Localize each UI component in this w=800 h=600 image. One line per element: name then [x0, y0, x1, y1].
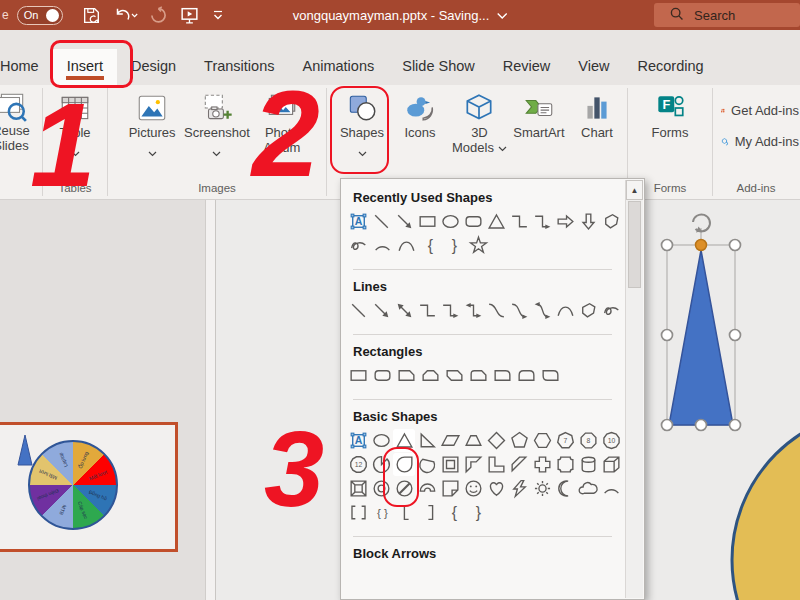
shape-hexagon[interactable]	[531, 429, 553, 452]
resize-handle-right[interactable]	[730, 330, 741, 341]
shape-right-triangle[interactable]	[416, 429, 438, 452]
shape-scribble[interactable]	[600, 299, 622, 322]
shape-left-brace[interactable]: {	[419, 234, 442, 257]
shape-folded-corner[interactable]	[439, 477, 461, 500]
shape-cross[interactable]	[531, 453, 553, 476]
shape-bevel[interactable]	[347, 477, 369, 500]
shape-right-bracket[interactable]	[419, 501, 442, 524]
shape-snip-same-side-corners[interactable]	[419, 364, 442, 387]
title-dropdown-chevron-icon[interactable]	[496, 8, 507, 23]
shape-snip-diagonal-corners[interactable]	[443, 364, 466, 387]
shape-plaque[interactable]	[554, 453, 576, 476]
slide-thumbnail[interactable]: Ốp lưngMất lượtĐồng hồCáp sạcMTBĐiện tho…	[0, 422, 178, 552]
shape-text-box[interactable]: A	[347, 429, 369, 452]
shape-sun[interactable]	[531, 477, 553, 500]
shape-left-brace[interactable]: {	[443, 501, 466, 524]
shape-smiley-face[interactable]	[462, 477, 484, 500]
shape-lightning-bolt[interactable]	[508, 477, 530, 500]
shape-line-arrow[interactable]	[393, 210, 415, 233]
shape-cube[interactable]	[600, 453, 622, 476]
shape-octagon[interactable]: 8	[577, 429, 599, 452]
shape-round-same-side-corners[interactable]	[515, 364, 538, 387]
shape-can[interactable]	[577, 453, 599, 476]
shape-l-shape[interactable]	[485, 453, 507, 476]
resize-handle-bottom-left[interactable]	[662, 420, 673, 431]
shape-right-arrow[interactable]	[554, 210, 576, 233]
shape-decagon[interactable]: 10	[600, 429, 622, 452]
shape-heptagon[interactable]: 7	[554, 429, 576, 452]
customize-qat-chevron-icon[interactable]	[210, 7, 226, 23]
menu-scrollbar[interactable]: ▲	[625, 180, 643, 598]
shape-dodecagon[interactable]: 12	[347, 453, 369, 476]
resize-handle-bottom-right[interactable]	[730, 420, 741, 431]
resize-handle-top-left[interactable]	[662, 240, 673, 251]
shape-heart[interactable]	[485, 477, 507, 500]
shape-isosceles-triangle[interactable]	[485, 210, 507, 233]
shape-diamond[interactable]	[485, 429, 507, 452]
shape-line[interactable]	[370, 210, 392, 233]
shape-right-brace[interactable]: }	[443, 234, 466, 257]
my-addins-button[interactable]: My Add-ins	[721, 132, 799, 151]
shape-elbow-arrow-connector[interactable]	[439, 299, 461, 322]
shape-snip-round-single-corner[interactable]	[467, 364, 490, 387]
shape-double-bracket[interactable]	[347, 501, 370, 524]
shape-line-arrow[interactable]	[370, 299, 392, 322]
pictures-button[interactable]: Pictures	[123, 89, 181, 163]
icons-button[interactable]: Icons	[391, 89, 449, 142]
redo-button[interactable]	[148, 5, 169, 26]
shape-parallelogram[interactable]	[439, 429, 461, 452]
slide-wheel-shape[interactable]	[732, 410, 800, 600]
shape-elbow-double-arrow-connector[interactable]	[462, 299, 484, 322]
chart-button[interactable]: Chart	[568, 89, 626, 142]
shape-freeform-shape[interactable]	[577, 299, 599, 322]
3d-models-button[interactable]: 3D Models	[449, 89, 510, 157]
tab-view[interactable]: View	[564, 49, 623, 85]
shape-diagonal-stripe[interactable]	[508, 453, 530, 476]
panel-scrollbar[interactable]	[205, 200, 215, 600]
shape-block-arc[interactable]	[416, 477, 438, 500]
shape-line[interactable]	[347, 299, 369, 322]
screenshot-button[interactable]: Screenshot	[181, 89, 253, 163]
shape-moon[interactable]	[554, 477, 576, 500]
shape-rounded-rectangle[interactable]	[371, 364, 394, 387]
shape-snip-single-corner[interactable]	[395, 364, 418, 387]
shape-oval[interactable]	[439, 210, 461, 233]
shape-cloud[interactable]	[577, 477, 599, 500]
shape-arc[interactable]	[371, 234, 394, 257]
shape-elbow-arrow-connector[interactable]	[531, 210, 553, 233]
search-input[interactable]: Search	[654, 3, 800, 27]
shape-elbow-connector[interactable]	[508, 210, 530, 233]
shape-rounded-rectangle[interactable]	[462, 210, 484, 233]
shape-curved-double-arrow-connector[interactable]	[531, 299, 553, 322]
get-addins-button[interactable]: Get Add-ins	[721, 101, 799, 120]
resize-handle-left[interactable]	[662, 330, 673, 341]
shape-half-frame[interactable]	[462, 453, 484, 476]
shape-trapezoid[interactable]	[462, 429, 484, 452]
resize-handle-top-right[interactable]	[730, 240, 741, 251]
shape-curved-arrow-connector[interactable]	[508, 299, 530, 322]
shape-elbow-connector[interactable]	[416, 299, 438, 322]
scroll-thumb[interactable]	[628, 201, 641, 288]
shape-pentagon[interactable]	[508, 429, 530, 452]
tab-recording[interactable]: Recording	[623, 49, 717, 85]
shape-star-5-point[interactable]	[467, 234, 490, 257]
shape-down-arrow[interactable]	[577, 210, 599, 233]
forms-button[interactable]: F Forms	[641, 89, 699, 142]
shape-rectangle[interactable]	[416, 210, 438, 233]
shape-text-box[interactable]: A	[347, 210, 369, 233]
shape-scribble[interactable]	[347, 234, 370, 257]
shape-curve[interactable]	[395, 234, 418, 257]
smartart-button[interactable]: SmartArt	[510, 89, 568, 142]
shape-freeform-shape[interactable]	[600, 210, 622, 233]
scroll-up-button[interactable]: ▲	[626, 180, 643, 200]
shape-chord[interactable]	[416, 453, 438, 476]
shape-right-brace[interactable]: }	[467, 501, 490, 524]
autosave-toggle[interactable]: On	[17, 6, 63, 25]
shape-arc[interactable]	[600, 477, 622, 500]
shape-round-diagonal-corners[interactable]	[539, 364, 562, 387]
tab-slide-show[interactable]: Slide Show	[388, 49, 489, 85]
shape-line-double-arrow[interactable]	[393, 299, 415, 322]
tab-review[interactable]: Review	[489, 49, 565, 85]
resize-handle-bottom[interactable]	[696, 420, 707, 431]
shape-curve[interactable]	[554, 299, 576, 322]
